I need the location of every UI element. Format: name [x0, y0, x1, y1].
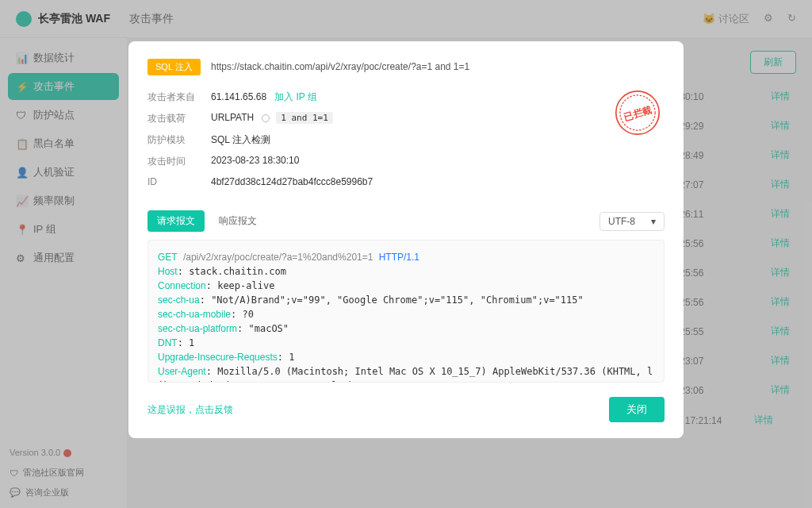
- encoding-select[interactable]: UTF-8▾: [599, 212, 665, 231]
- request-body: GET /api/v2/xray/poc/create/?a=1%20and%2…: [147, 240, 665, 383]
- attack-detail-modal: 已拦截 SQL 注入 https://stack.chaitin.com/api…: [128, 41, 684, 438]
- modal-overlay[interactable]: 已拦截 SQL 注入 https://stack.chaitin.com/api…: [0, 0, 812, 508]
- svg-text:已拦截: 已拦截: [622, 105, 653, 123]
- tab-response[interactable]: 响应报文: [209, 210, 266, 232]
- close-button[interactable]: 关闭: [609, 397, 665, 422]
- feedback-link[interactable]: 这是误报，点击反馈: [147, 403, 233, 417]
- info-icon: [262, 114, 270, 122]
- tab-request[interactable]: 请求报文: [147, 210, 205, 232]
- blocked-stamp-icon: 已拦截: [611, 86, 665, 140]
- add-ip-link[interactable]: 加入 IP 组: [274, 91, 317, 102]
- attack-type-tag: SQL 注入: [147, 59, 201, 75]
- attack-url: https://stack.chaitin.com/api/v2/xray/po…: [211, 61, 469, 72]
- chevron-down-icon: ▾: [651, 216, 656, 227]
